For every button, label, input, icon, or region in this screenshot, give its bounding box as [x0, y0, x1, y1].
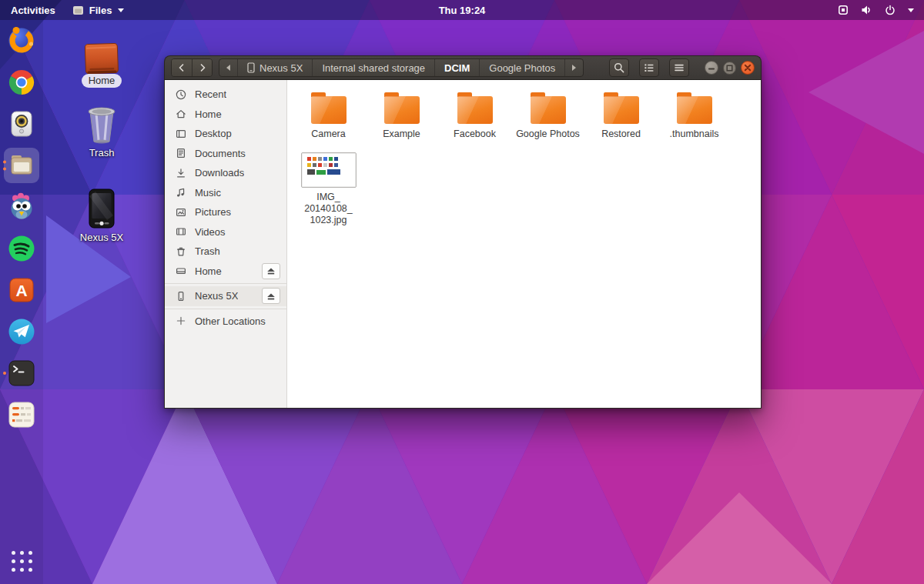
sidebar-item-videos[interactable]: Videos	[165, 222, 286, 242]
bird-app-icon	[6, 192, 37, 222]
back-button[interactable]	[172, 59, 192, 76]
minimize-icon	[705, 62, 718, 74]
files-icon	[6, 150, 37, 181]
dock-item-terminal[interactable]	[4, 355, 39, 391]
desktop-icon-nexus5x[interactable]: Nexus 5X	[75, 188, 129, 243]
dock-item-tasks-app[interactable]	[4, 397, 39, 432]
folder-icon	[604, 96, 639, 124]
telegram-icon	[6, 316, 37, 347]
sidebar-item-label: Home	[195, 265, 222, 277]
dock-item-telegram[interactable]	[4, 314, 39, 349]
folder-item-facebook[interactable]: Facebook	[438, 91, 511, 140]
list-view-icon	[643, 62, 655, 74]
desktop-icon-label: Trash	[89, 147, 115, 159]
folder-item-camera[interactable]: Camera	[292, 91, 365, 140]
power-icon[interactable]	[884, 4, 896, 16]
phone-icon	[247, 62, 255, 73]
image-file-label: IMG_ 20140108_ 1023.jpg	[304, 192, 353, 226]
sidebar-item-label: Documents	[195, 148, 246, 159]
clock[interactable]: Thu 19:24	[439, 5, 486, 16]
sidebar-item-downloads[interactable]: Downloads	[165, 163, 286, 183]
sidebar-item-label: Downloads	[195, 167, 244, 179]
dock-item-bird-app[interactable]	[4, 189, 39, 225]
desktop-icon-trash[interactable]: Trash	[75, 105, 129, 159]
sidebar-item-other-locations[interactable]: Other Locations	[165, 312, 286, 332]
close-button[interactable]	[741, 61, 755, 75]
titlebar[interactable]: Nexus 5X Internal shared storage DCIM Go…	[164, 55, 762, 80]
svg-text:A: A	[15, 282, 27, 299]
sidebar-item-label: Other Locations	[195, 315, 266, 327]
desktop-icon	[175, 128, 187, 140]
image-file-item[interactable]: IMG_ 20140108_ 1023.jpg	[292, 151, 365, 226]
eject-button[interactable]	[262, 288, 280, 304]
breadcrumb-google-photos[interactable]: Google Photos	[479, 59, 564, 76]
dock-item-audacious[interactable]	[4, 106, 39, 142]
sidebar-item-home[interactable]: Home	[165, 105, 286, 125]
desktop-icon-home[interactable]: Home	[75, 42, 129, 88]
folder-icon	[677, 96, 712, 124]
sidebar-item-label: Music	[195, 187, 221, 199]
plus-icon	[175, 315, 187, 327]
folder-label: Restored	[601, 128, 641, 140]
download-icon	[175, 167, 187, 179]
breadcrumb-label: Nexus 5X	[259, 62, 303, 74]
folder-icon	[531, 96, 566, 124]
sidebar-item-home-drive[interactable]: Home	[165, 262, 286, 282]
path-scroll-left[interactable]	[219, 59, 237, 76]
activities-button[interactable]: Activities	[11, 5, 55, 16]
forward-button[interactable]	[192, 59, 212, 76]
sidebar-item-label: Desktop	[195, 128, 232, 139]
maximize-icon	[724, 62, 735, 74]
sidebar-item-pictures[interactable]: Pictures	[165, 202, 286, 222]
path-scroll-right[interactable]	[564, 59, 583, 76]
trash-bin-icon	[83, 105, 120, 145]
speaker-app-icon	[6, 108, 37, 139]
minimize-button[interactable]	[705, 61, 718, 75]
sidebar-item-label: Home	[195, 108, 222, 120]
sidebar-item-trash[interactable]: Trash	[165, 242, 286, 262]
sidebar-item-label: Nexus 5X	[195, 290, 238, 302]
folder-label: Camera	[311, 128, 345, 140]
sidebar-item-desktop[interactable]: Desktop	[165, 124, 286, 144]
chevron-down-icon[interactable]	[907, 7, 915, 13]
trash-icon	[175, 245, 187, 258]
chevron-down-icon	[117, 7, 125, 13]
sidebar-item-nexus5x[interactable]: Nexus 5X	[165, 286, 286, 306]
breadcrumb-nexus5x[interactable]: Nexus 5X	[237, 59, 312, 76]
sidebar-item-documents[interactable]: Documents	[165, 144, 286, 164]
recent-icon	[175, 88, 187, 101]
dock-item-ubuntu-software[interactable]: A	[4, 272, 39, 308]
triangle-right-icon	[571, 64, 578, 72]
app-menu[interactable]: Files	[72, 5, 126, 16]
show-applications-button[interactable]	[7, 546, 37, 576]
search-icon	[613, 62, 625, 74]
sidebar-item-recent[interactable]: Recent	[165, 85, 286, 105]
folder-item-thumbnails[interactable]: .thumbnails	[658, 91, 731, 140]
breadcrumb-dcim[interactable]: DCIM	[434, 59, 479, 76]
dock-item-chrome[interactable]	[4, 65, 39, 100]
folder-item-example[interactable]: Example	[365, 91, 438, 140]
eject-button[interactable]	[262, 263, 280, 279]
running-indicator	[3, 372, 6, 375]
menu-button[interactable]	[669, 58, 689, 77]
folder-item-google-photos[interactable]: Google Photos	[511, 91, 584, 140]
folder-icon	[457, 96, 493, 124]
search-button[interactable]	[609, 58, 629, 77]
maximize-button[interactable]	[723, 62, 736, 75]
folder-item-restored[interactable]: Restored	[584, 91, 658, 140]
volume-icon[interactable]	[860, 4, 873, 16]
display-indicator-icon[interactable]	[837, 4, 849, 16]
breadcrumb-label: DCIM	[444, 62, 470, 74]
sidebar-item-label: Videos	[195, 226, 226, 238]
folder-label: Example	[383, 128, 420, 140]
path-bar: Nexus 5X Internal shared storage DCIM Go…	[219, 58, 584, 77]
dock-item-firefox[interactable]	[4, 23, 39, 58]
view-toggle-button[interactable]	[639, 58, 659, 77]
breadcrumb-internal-storage[interactable]: Internal shared storage	[312, 59, 434, 76]
dock-item-files[interactable]	[4, 148, 39, 183]
dock-item-spotify[interactable]	[4, 231, 39, 266]
file-browser-content[interactable]: Camera Example Facebook Google Photos	[287, 80, 761, 408]
sidebar-item-music[interactable]: Music	[165, 183, 286, 203]
home-icon	[175, 108, 187, 120]
drive-icon	[175, 265, 187, 277]
